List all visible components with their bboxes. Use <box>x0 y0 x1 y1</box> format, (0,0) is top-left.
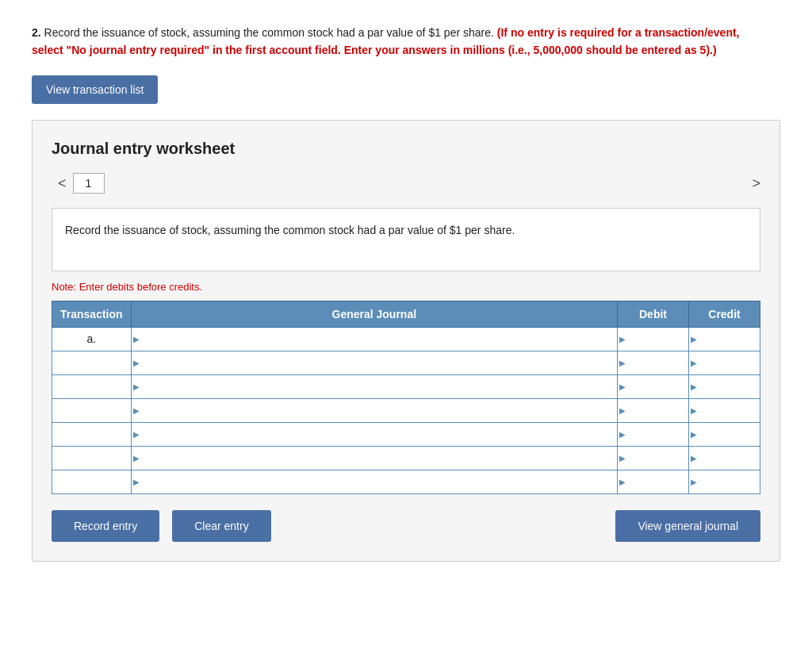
credit-arrow-0: ▶ <box>691 335 697 344</box>
journal-input-6[interactable] <box>132 473 617 491</box>
transaction-cell-3 <box>52 398 132 422</box>
question-number: 2. <box>32 26 41 39</box>
debit-cell-4[interactable]: ▶ <box>618 422 689 446</box>
question-text: 2. Record the issuance of stock, assumin… <box>32 24 745 60</box>
credit-arrow-4: ▶ <box>691 430 697 439</box>
credit-input-5[interactable] <box>697 449 760 467</box>
credit-arrow-1: ▶ <box>691 359 697 367</box>
journal-input-4[interactable] <box>132 425 617 443</box>
credit-cell-4[interactable]: ▶ <box>689 422 760 446</box>
journal-cell-3[interactable]: ▶ <box>131 398 617 422</box>
debit-arrow-1: ▶ <box>619 359 626 367</box>
debit-input-5[interactable] <box>626 449 688 467</box>
credit-input-1[interactable] <box>697 354 760 372</box>
journal-cell-2[interactable]: ▶ <box>131 374 617 398</box>
credit-arrow-3: ▶ <box>691 406 697 415</box>
debit-arrow-2: ▶ <box>619 382 626 391</box>
debit-cell-0[interactable]: ▶ <box>618 327 689 351</box>
question-main: Record the issuance of stock, assuming t… <box>44 26 494 39</box>
credit-cell-2[interactable]: ▶ <box>689 374 760 398</box>
credit-input-3[interactable] <box>697 401 760 420</box>
transaction-cell-6 <box>52 470 132 493</box>
clear-entry-button[interactable]: Clear entry <box>172 510 270 542</box>
transaction-cell-4 <box>52 422 132 446</box>
debit-input-0[interactable] <box>626 330 688 348</box>
journal-table: Transaction General Journal Debit Credit… <box>52 301 760 494</box>
journal-cell-4[interactable]: ▶ <box>131 422 617 446</box>
debit-input-6[interactable] <box>626 473 688 491</box>
journal-cell-5[interactable]: ▶ <box>131 446 617 470</box>
note-text: Note: Enter debits before credits. <box>52 281 760 293</box>
transaction-cell-1 <box>52 351 132 374</box>
action-buttons-row: Record entry Clear entry View general jo… <box>52 510 760 542</box>
table-header-row: Transaction General Journal Debit Credit <box>52 301 760 327</box>
credit-arrow-6: ▶ <box>691 478 697 486</box>
col-header-journal: General Journal <box>131 301 617 327</box>
col-header-debit: Debit <box>618 301 689 327</box>
tab-next-button[interactable]: > <box>752 175 760 192</box>
tab-prev-button[interactable]: < <box>52 172 73 195</box>
debit-input-2[interactable] <box>626 378 688 396</box>
transaction-cell-2 <box>52 374 132 398</box>
question-section: 2. Record the issuance of stock, assumin… <box>32 24 780 60</box>
table-row: ▶▶▶ <box>52 446 760 470</box>
journal-cell-1[interactable]: ▶ <box>131 351 617 374</box>
worksheet-title: Journal entry worksheet <box>52 140 760 158</box>
description-text: Record the issuance of stock, assuming t… <box>65 224 515 236</box>
description-box: Record the issuance of stock, assuming t… <box>52 208 760 271</box>
worksheet-container: Journal entry worksheet < 1 > Record the… <box>32 120 780 562</box>
debit-input-4[interactable] <box>626 425 688 443</box>
credit-arrow-2: ▶ <box>691 382 697 391</box>
col-header-credit: Credit <box>689 301 760 327</box>
table-row: a.▶▶▶ <box>52 327 760 351</box>
journal-cell-0[interactable]: ▶ <box>131 327 617 351</box>
debit-arrow-3: ▶ <box>619 406 626 415</box>
table-row: ▶▶▶ <box>52 422 760 446</box>
credit-cell-6[interactable]: ▶ <box>689 470 760 493</box>
journal-input-3[interactable] <box>132 401 617 420</box>
debit-arrow-0: ▶ <box>619 335 626 344</box>
transaction-cell-5 <box>52 446 132 470</box>
journal-input-1[interactable] <box>132 354 617 372</box>
record-entry-button[interactable]: Record entry <box>52 510 159 542</box>
table-row: ▶▶▶ <box>52 398 760 422</box>
credit-cell-1[interactable]: ▶ <box>689 351 760 374</box>
credit-cell-5[interactable]: ▶ <box>689 446 760 470</box>
table-row: ▶▶▶ <box>52 470 760 493</box>
journal-input-2[interactable] <box>132 378 617 396</box>
debit-arrow-4: ▶ <box>619 430 626 439</box>
col-header-transaction: Transaction <box>52 301 132 327</box>
journal-input-0[interactable] <box>132 330 617 348</box>
debit-arrow-5: ▶ <box>619 454 626 463</box>
debit-arrow-6: ▶ <box>619 478 626 486</box>
credit-input-2[interactable] <box>697 378 760 396</box>
table-row: ▶▶▶ <box>52 351 760 374</box>
debit-input-1[interactable] <box>626 354 688 372</box>
credit-input-6[interactable] <box>697 473 760 491</box>
debit-cell-1[interactable]: ▶ <box>618 351 689 374</box>
credit-cell-3[interactable]: ▶ <box>689 398 760 422</box>
debit-input-3[interactable] <box>626 401 688 420</box>
credit-cell-0[interactable]: ▶ <box>689 327 760 351</box>
debit-cell-2[interactable]: ▶ <box>618 374 689 398</box>
debit-cell-5[interactable]: ▶ <box>618 446 689 470</box>
credit-input-4[interactable] <box>697 425 760 443</box>
debit-cell-6[interactable]: ▶ <box>618 470 689 493</box>
debit-cell-3[interactable]: ▶ <box>618 398 689 422</box>
journal-input-5[interactable] <box>132 449 617 467</box>
view-general-journal-button[interactable]: View general journal <box>615 510 760 542</box>
table-row: ▶▶▶ <box>52 374 760 398</box>
tab-number: 1 <box>73 173 105 194</box>
credit-arrow-5: ▶ <box>691 454 697 463</box>
view-transaction-button[interactable]: View transaction list <box>32 75 158 104</box>
credit-input-0[interactable] <box>697 330 760 348</box>
journal-cell-6[interactable]: ▶ <box>131 470 617 493</box>
tab-navigation: < 1 > <box>52 172 760 195</box>
transaction-cell-0: a. <box>52 327 132 351</box>
